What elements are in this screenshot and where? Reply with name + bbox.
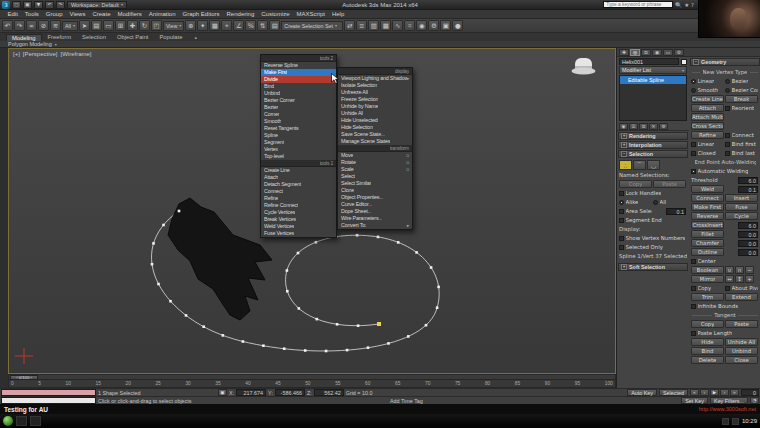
vertex-handle[interactable] [407,335,410,338]
show-end-result-icon[interactable]: ☰ [629,123,638,130]
configure-modifier-sets-icon[interactable]: ⚙ [659,123,668,130]
quad-menu-item[interactable]: Bezier [261,104,336,111]
panel-control[interactable]: Paste [725,320,758,328]
infocenter-search-input[interactable] [603,1,673,8]
help-icon[interactable]: ? [691,2,694,8]
panel-control[interactable]: 0.0 [725,248,758,256]
vertex-handle[interactable] [425,324,428,327]
quad-menu-item[interactable]: transform [338,145,412,152]
rollout-soft-selection[interactable]: +Soft Selection [618,263,688,271]
panel-control[interactable]: Reorient [725,104,758,112]
make-unique-icon[interactable]: ⧉ [639,123,648,130]
tray-icon[interactable] [722,418,729,425]
panel-control[interactable]: Copy [619,180,652,188]
viewport-menu-plus[interactable]: [+] [13,51,20,57]
redo-icon[interactable]: ↷ [14,20,25,31]
panel-control[interactable]: Spline 1/Vert 37 Selected [619,252,687,260]
panel-control[interactable]: Named Selections: [619,171,687,179]
track-bar[interactable]: 0510152025303540455055606570758085909510… [8,380,616,388]
selection-lock-toggle[interactable]: ▣ [218,389,227,396]
quad-menu-item[interactable]: Curve Editor... [338,201,412,208]
quad-menu-item[interactable]: Top-level [261,153,336,160]
time-configuration-icon[interactable]: ◔ [750,397,759,404]
vertex-handle[interactable] [437,286,440,289]
quad-menu-item[interactable]: Unfreeze All [338,89,412,96]
panel-control[interactable]: Connect [691,194,724,202]
reference-coordinate-dropdown[interactable]: View▾ [163,21,184,31]
utilities-tab-icon[interactable]: ⚙ [674,49,684,56]
vertex-handle[interactable] [430,266,433,269]
display-tab-icon[interactable]: ▭ [663,49,673,56]
quad-menu-item[interactable]: Corner [261,111,336,118]
vertex-handle[interactable] [356,234,359,237]
panel-control[interactable]: Linear [691,77,724,85]
start-button[interactable] [3,416,13,426]
panel-control[interactable]: Fillet [691,230,724,238]
quad-menu-item[interactable]: Object Properties... [338,194,412,201]
taskbar-app-icon[interactable] [16,416,27,426]
panel-control[interactable]: Trim [691,293,724,301]
select-by-name-icon[interactable]: ▤ [91,20,102,31]
panel-control[interactable]: Bind first [725,140,758,148]
maxscript-mini-listener-macro[interactable] [1,389,96,396]
quad-menu-item[interactable]: Scale▫ [338,166,412,173]
panel-control[interactable]: − [745,266,754,274]
go-to-start-icon[interactable]: « [690,389,699,396]
panel-control[interactable]: Alike [619,198,652,206]
panel-control[interactable]: ∪ [725,266,734,274]
menu-item[interactable]: Help [328,10,347,19]
menu-item[interactable]: Graph Editors [179,10,223,19]
quad-menu-item[interactable]: Unhide by Name [338,103,412,110]
panel-control[interactable]: Reverse [691,212,724,220]
panel-control[interactable]: Weld [691,185,724,193]
panel-control[interactable]: About Pivot [725,284,758,292]
panel-control[interactable]: Bezier Corner [725,86,758,94]
quad-menu-item[interactable]: Reverse Spline [261,62,336,69]
menu-item[interactable]: Create [89,10,114,19]
named-selection-set-dropdown[interactable]: Create Selection Set▾ [281,21,343,31]
material-editor-icon[interactable]: ◉ [416,20,427,31]
3dsmax-app-icon[interactable]: 3 [2,1,10,9]
panel-control[interactable]: Bezier [725,77,758,85]
panel-control[interactable]: Threshold [691,176,724,184]
panel-control[interactable]: Close [725,356,758,364]
quad-menu-item[interactable]: tools 1 [261,160,336,167]
quad-menu-item[interactable]: Clone [338,187,412,194]
viewport-view-label[interactable]: [Perspective] [23,51,58,57]
ribbon-panel-bar[interactable]: Polygon Modeling ▾ [0,41,760,48]
vertex-handle[interactable] [185,314,188,317]
vertex-handle[interactable] [286,269,289,272]
x-coord-field[interactable]: 217.674 [236,389,266,396]
quad-menu-item[interactable]: Bezier Corner [261,97,336,104]
menu-item[interactable]: Rendering [223,10,258,19]
panel-control[interactable]: Chamfer [691,239,724,247]
quad-menu-item[interactable]: Rotate▫ [338,159,412,166]
vertex-handle[interactable] [316,318,319,321]
panel-control[interactable]: Connect [725,131,758,139]
panel-control[interactable]: Copy [691,284,724,292]
vertex-handle[interactable] [377,236,380,239]
panel-control[interactable]: New Vertex Type [691,68,759,76]
panel-control[interactable]: End Point Auto-Welding [691,158,759,166]
quad-menu-item[interactable]: Save Scene State... [338,131,412,138]
motion-tab-icon[interactable]: ◉ [652,49,662,56]
vertex-handle[interactable] [262,344,265,347]
angle-snap-icon[interactable]: ∠ [233,20,244,31]
panel-control[interactable]: Area Selection: [619,207,652,215]
vertex-handle[interactable] [415,251,418,254]
panel-control[interactable]: All [653,198,686,206]
quad-menu-item[interactable]: Select [338,173,412,180]
save-file-icon[interactable]: ▼ [34,1,43,9]
mirror-icon[interactable]: ⇄ [344,20,355,31]
panel-control[interactable]: Copy [691,320,724,328]
quad-menu-item[interactable]: Divide [261,76,336,83]
vertex-handle[interactable] [346,349,349,352]
quad-menu-item[interactable]: Manage Scene States [338,138,412,145]
vertex-handle[interactable] [336,323,339,326]
panel-control[interactable]: Make First [691,203,724,211]
panel-control[interactable]: Bind last [725,149,758,157]
vertex-handle[interactable] [397,241,400,244]
panel-control[interactable]: Linear [691,140,724,148]
menu-item[interactable]: Modifiers [114,10,145,19]
snap-toggle-icon[interactable]: ⌖ [221,20,232,31]
